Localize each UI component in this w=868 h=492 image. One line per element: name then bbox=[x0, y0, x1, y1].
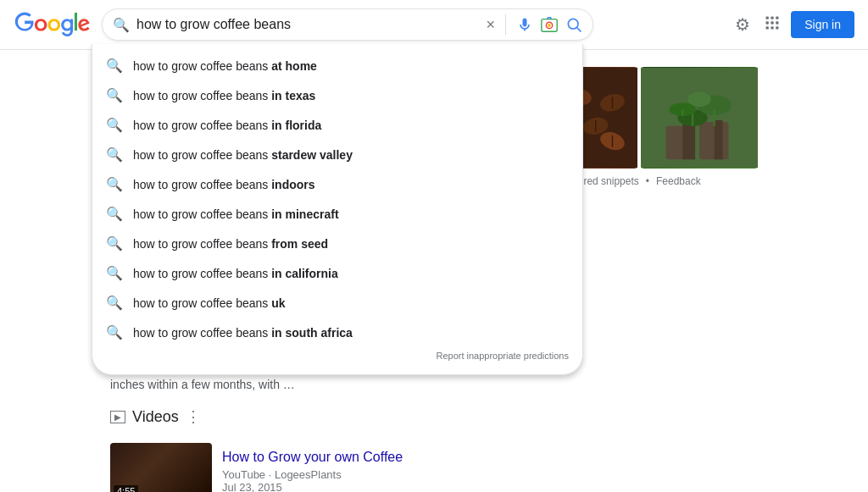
autocomplete-item[interactable]: 🔍 how to grow coffee beans uk bbox=[92, 288, 582, 318]
search-icon: 🔍 bbox=[106, 235, 123, 252]
videos-icon: ▶ bbox=[110, 411, 125, 423]
autocomplete-item[interactable]: 🔍 how to grow coffee beans in south afri… bbox=[92, 318, 582, 347]
search-icon: 🔍 bbox=[106, 87, 123, 103]
search-icon: 🔍 bbox=[106, 117, 123, 133]
video-item-1[interactable]: 4:55 How to Grow your own Coffee YouTube… bbox=[110, 436, 487, 492]
autocomplete-item[interactable]: 🔍 how to grow coffee beans indoors bbox=[92, 169, 582, 199]
autocomplete-item[interactable]: 🔍 how to grow coffee beans in minecraft bbox=[92, 199, 582, 229]
autocomplete-item[interactable]: 🔍 how to grow coffee beans in texas bbox=[92, 80, 582, 110]
clear-button[interactable]: × bbox=[486, 16, 495, 34]
videos-title: Videos bbox=[132, 408, 179, 426]
sign-in-button[interactable]: Sign in bbox=[791, 11, 854, 38]
svg-point-3 bbox=[568, 19, 578, 29]
svg-line-4 bbox=[577, 28, 581, 32]
search-submit-icon[interactable] bbox=[565, 16, 582, 33]
videos-header: ▶ Videos ⋮ bbox=[110, 407, 487, 426]
autocomplete-item[interactable]: 🔍 how to grow coffee beans stardew valle… bbox=[92, 140, 582, 169]
search-icon-left: 🔍 bbox=[113, 17, 130, 33]
header: 🔍 how to grow coffee beans × bbox=[0, 0, 868, 50]
header-right: ⚙ Sign in bbox=[732, 11, 854, 39]
autocomplete-item[interactable]: 🔍 how to grow coffee beans from seed bbox=[92, 229, 582, 258]
svg-rect-10 bbox=[776, 21, 778, 24]
svg-rect-34 bbox=[682, 124, 695, 159]
search-icon: 🔍 bbox=[106, 295, 123, 311]
svg-rect-35 bbox=[715, 120, 723, 159]
svg-rect-13 bbox=[776, 26, 778, 29]
search-icon: 🔍 bbox=[106, 206, 123, 222]
google-logo bbox=[14, 12, 92, 37]
voice-icon[interactable] bbox=[516, 16, 533, 33]
svg-rect-6 bbox=[771, 16, 774, 19]
featured-image-2 bbox=[641, 67, 758, 169]
svg-rect-33 bbox=[699, 122, 729, 159]
settings-button[interactable]: ⚙ bbox=[732, 11, 754, 38]
search-icon: 🔍 bbox=[106, 146, 123, 163]
svg-rect-12 bbox=[771, 26, 774, 29]
camera-icon[interactable] bbox=[540, 15, 559, 34]
search-bar[interactable]: 🔍 how to grow coffee beans × bbox=[102, 8, 593, 41]
search-icon: 🔍 bbox=[106, 324, 123, 340]
video-date: Jul 23, 2015 bbox=[222, 481, 487, 492]
video-title[interactable]: How to Grow your own Coffee bbox=[222, 450, 487, 465]
feedback-link[interactable]: Feedback bbox=[656, 175, 701, 187]
search-input[interactable]: how to grow coffee beans bbox=[136, 17, 486, 32]
autocomplete-dropdown: 🔍 how to grow coffee beans at home 🔍 how… bbox=[92, 44, 583, 375]
svg-point-2 bbox=[548, 24, 551, 27]
search-icon: 🔍 bbox=[106, 58, 123, 74]
report-text[interactable]: Report inappropriate predictions bbox=[92, 347, 582, 368]
autocomplete-item[interactable]: 🔍 how to grow coffee beans in california bbox=[92, 258, 582, 288]
search-actions: × bbox=[486, 14, 582, 35]
svg-rect-7 bbox=[776, 16, 778, 19]
video-thumbnail: 4:55 bbox=[110, 443, 212, 492]
video-source: YouTube · LogeesPlants bbox=[222, 468, 487, 481]
svg-rect-5 bbox=[766, 16, 769, 19]
svg-rect-8 bbox=[766, 21, 769, 24]
divider bbox=[505, 14, 506, 35]
search-icon: 🔍 bbox=[106, 265, 123, 281]
autocomplete-item[interactable]: 🔍 how to grow coffee beans at home bbox=[92, 51, 582, 80]
svg-rect-11 bbox=[766, 26, 769, 29]
video-info: How to Grow your own Coffee YouTube · Lo… bbox=[222, 450, 487, 492]
videos-section: ▶ Videos ⋮ 4:55 How to Grow your own Cof… bbox=[110, 407, 487, 492]
videos-more-button[interactable]: ⋮ bbox=[186, 407, 201, 426]
svg-rect-9 bbox=[771, 21, 774, 24]
autocomplete-item[interactable]: 🔍 how to grow coffee beans in florida bbox=[92, 110, 582, 140]
search-icon: 🔍 bbox=[106, 176, 123, 192]
apps-button[interactable] bbox=[760, 11, 784, 39]
video-duration: 4:55 bbox=[114, 485, 138, 492]
